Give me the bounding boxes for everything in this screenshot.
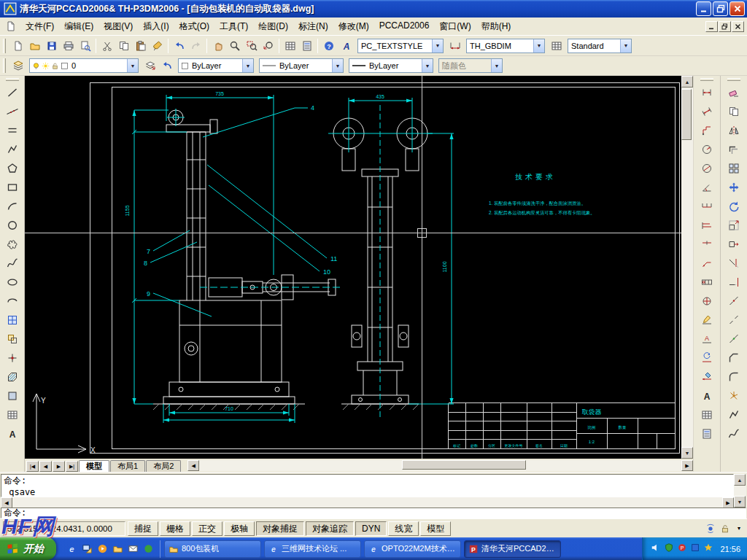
taskbar-task[interactable]: eOPTO22M2M技术最... [364,540,461,558]
chevron-down-icon[interactable]: ▼ [422,59,433,72]
cut-icon[interactable] [98,37,115,54]
help-icon[interactable]: ? [320,37,337,54]
color-combo[interactable]: ByLayer ▼ [178,58,254,73]
quick-dim-icon[interactable] [698,198,716,215]
hscroll-track[interactable] [199,460,681,471]
status-toggle-osnap[interactable]: 对象捕捉 [256,521,304,536]
command-vscrollbar[interactable]: ▲ ▼ [734,474,746,508]
dim-baseline-icon[interactable] [698,217,716,234]
status-menu-chevron-icon[interactable]: ▾ [734,521,744,536]
tab-layout1[interactable]: 布局1 [110,460,145,472]
paste-clip-icon[interactable] [132,37,149,54]
spline-edit-icon[interactable] [725,425,743,443]
rectangle-icon[interactable] [4,179,21,196]
save-icon[interactable] [43,37,60,54]
chamfer-icon[interactable] [725,349,743,367]
taskbar-task[interactable]: e三维网技术论坛 ... [264,540,361,558]
dim-diameter-icon[interactable] [698,160,716,177]
spline-icon[interactable] [4,254,21,272]
match-properties-icon[interactable] [149,37,166,54]
center-mark-icon[interactable] [698,292,716,310]
toolbar-grip[interactable] [727,78,740,81]
fillet-icon[interactable] [725,368,743,386]
command-input[interactable]: 命令: [1,508,746,518]
canvas-vscrollbar[interactable]: ▲ ▼ [681,76,693,459]
line-icon[interactable] [4,84,21,101]
status-toggle-dyn[interactable]: DYN [355,521,387,536]
media-player-icon[interactable] [96,542,109,556]
lineweight-combo[interactable]: ByLayer ▼ [349,58,433,73]
text-style-icon[interactable]: A [338,37,355,54]
multiline-icon[interactable] [4,122,21,139]
table-style-combo[interactable]: Standard ▼ [568,39,632,53]
revision-cloud-icon[interactable] [4,236,21,253]
dim-style-icon[interactable] [446,37,463,54]
table-icon[interactable] [4,406,21,424]
status-toggle-lwt[interactable]: 线宽 [388,521,419,536]
zoom-realtime-icon[interactable] [226,37,243,54]
status-toggle-model[interactable]: 模型 [420,521,451,536]
network-icon[interactable] [690,542,700,555]
dim-ordinate-icon[interactable] [698,122,716,139]
show-desktop-icon[interactable] [80,542,93,556]
tab-layout2[interactable]: 布局2 [146,460,181,472]
command-hscrollbar[interactable]: ◀ ▶ [1,497,734,508]
status-toggle-otrack[interactable]: 对象追踪 [306,521,354,536]
chevron-down-icon[interactable]: ▼ [432,39,443,52]
mail-icon[interactable] [126,542,139,556]
scroll-up-icon[interactable]: ▲ [681,76,693,88]
polygon-icon[interactable] [4,160,21,177]
taskbar-task[interactable]: P清华天河PCCAD200... [464,540,561,558]
vscroll-thumb[interactable] [681,89,692,140]
tab-last-button[interactable]: ▶| [66,461,78,472]
messenger-icon[interactable] [142,542,155,556]
chevron-down-icon[interactable]: ▼ [332,59,343,72]
mdi-restore-button[interactable] [719,21,731,32]
tolerance-icon[interactable] [698,273,716,291]
dim-linear-icon[interactable] [698,84,716,101]
toolbar-grip[interactable] [6,78,19,81]
dim-continue-icon[interactable] [698,236,716,253]
taskbar-task[interactable]: 800包装机 [164,540,261,558]
open-icon[interactable] [26,37,43,54]
array-icon[interactable] [725,160,743,177]
make-block-icon[interactable] [4,330,21,348]
dim-edit-icon[interactable] [698,311,716,329]
mirror-icon[interactable] [725,122,743,139]
pan-realtime-icon[interactable] [209,37,226,54]
scale-icon[interactable] [725,217,743,234]
menu-insert[interactable]: 插入(I) [138,18,174,36]
coordinate-readout[interactable]: 552.3151, 424.0431, 0.0000 [3,521,125,536]
arc-icon[interactable] [4,198,21,215]
dim-aligned-icon[interactable] [698,103,716,120]
mdi-minimize-button[interactable] [705,21,718,32]
close-button[interactable] [729,1,745,16]
circle-icon[interactable] [4,217,21,234]
layer-previous-icon[interactable] [158,58,175,74]
zoom-previous-icon[interactable] [260,37,276,54]
folder-icon[interactable] [111,542,124,556]
status-toggle-ortho[interactable]: 正交 [192,521,222,536]
volume-icon[interactable] [651,542,661,555]
menu-format[interactable]: 格式(O) [174,18,214,36]
ie-icon[interactable]: e [65,542,78,556]
field-icon[interactable] [698,425,716,443]
ellipse-icon[interactable] [4,273,21,291]
lock-icon[interactable] [719,522,732,535]
offset-icon[interactable] [725,141,743,158]
qnew-icon[interactable] [9,37,26,54]
toolbar-grip[interactable] [700,78,713,81]
chevron-down-icon[interactable]: ▼ [242,59,253,72]
quick-leader-icon[interactable] [698,254,716,272]
tool-palettes-icon[interactable] [298,37,315,54]
tab-first-button[interactable]: |◀ [26,461,39,472]
scroll-left-icon[interactable]: ◀ [187,460,199,471]
copy-clip-icon[interactable] [115,37,132,54]
menu-edit[interactable]: 编辑(E) [59,18,98,36]
menu-tools[interactable]: 工具(T) [214,18,253,36]
layer-properties-manager-icon[interactable] [9,58,26,74]
point-icon[interactable] [4,349,21,367]
break-icon[interactable] [725,311,743,329]
restore-button[interactable] [713,1,728,16]
dim-style-combo[interactable]: TH_GBDIM ▼ [466,39,545,53]
